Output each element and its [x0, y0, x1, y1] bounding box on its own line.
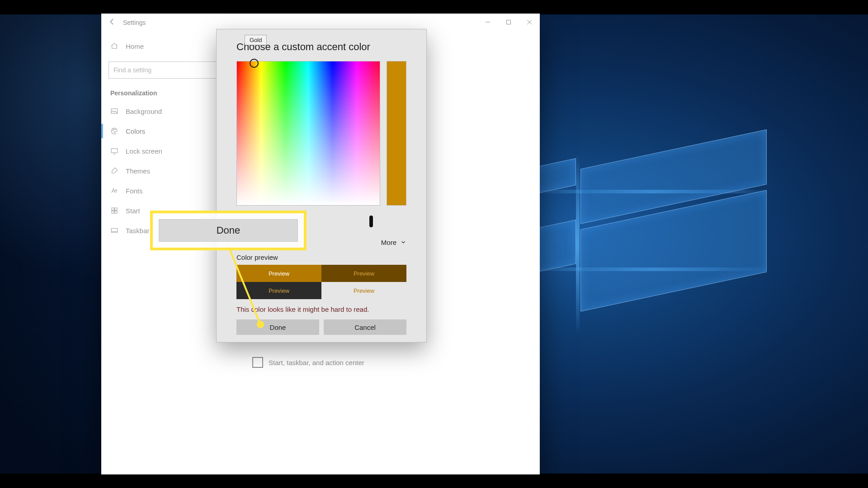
checkbox-start-taskbar[interactable]: Start, taskbar, and action center [252, 357, 524, 368]
search-placeholder: Find a setting [113, 66, 151, 74]
svg-rect-1 [111, 109, 118, 114]
svg-rect-7 [115, 208, 117, 210]
preview-tile-light: Preview [236, 265, 321, 282]
spectrum-cursor-icon[interactable] [250, 59, 259, 68]
svg-rect-5 [111, 149, 118, 153]
preview-tile-dark-accent: Preview [321, 265, 406, 282]
color-tooltip: Gold [245, 35, 267, 45]
arrow-left-icon [108, 18, 116, 28]
font-icon [110, 187, 118, 195]
sidebar-item-label: Taskbar [126, 227, 150, 235]
svg-rect-0 [507, 20, 511, 24]
preview-tile-grey: Preview [321, 282, 406, 299]
desktop-background: Settings Home Find a [0, 0, 868, 488]
chevron-down-icon [400, 239, 406, 245]
home-icon [110, 42, 118, 50]
preview-grid: Preview Preview Preview Preview [236, 265, 406, 299]
sidebar-item-label: Colors [126, 127, 145, 135]
maximize-button[interactable] [498, 14, 519, 32]
monitor-icon [110, 147, 118, 155]
cancel-button[interactable]: Cancel [324, 319, 406, 335]
done-button[interactable]: Done [236, 319, 319, 335]
letterbox-top [0, 0, 868, 14]
minimize-button[interactable] [477, 14, 498, 32]
close-icon [527, 19, 532, 27]
checkbox-label: Start, taskbar, and action center [269, 359, 364, 366]
annotation-callout: Done [150, 211, 307, 250]
sidebar-item-label: Themes [126, 167, 150, 175]
color-picker-dialog: Gold Choose a custom accent color More C… [216, 29, 427, 343]
search-input[interactable]: Find a setting [108, 61, 230, 79]
cancel-label: Cancel [354, 324, 376, 331]
svg-rect-9 [115, 211, 117, 213]
windows-logo [533, 163, 769, 325]
svg-rect-6 [112, 208, 114, 210]
sidebar-item-label: Start [126, 207, 140, 215]
slider-thumb-icon[interactable] [369, 216, 373, 227]
done-label: Done [270, 324, 286, 331]
annotation-label: Done [217, 225, 241, 236]
taskbar-icon [110, 226, 118, 235]
svg-rect-8 [112, 211, 114, 213]
palette-icon [110, 127, 118, 135]
letterbox-bottom [0, 474, 868, 488]
window-controls [477, 14, 540, 32]
svg-point-3 [113, 129, 114, 130]
brush-icon [110, 167, 118, 175]
picture-icon [110, 107, 118, 115]
back-button[interactable] [101, 14, 123, 32]
svg-point-4 [115, 129, 116, 130]
checkbox-icon [252, 357, 263, 368]
selected-color-swatch [387, 61, 406, 206]
color-spectrum[interactable] [236, 61, 380, 206]
minimize-icon [485, 19, 491, 27]
sidebar-home-label: Home [126, 42, 144, 50]
annotation-button: Done [159, 219, 298, 242]
sidebar-item-label: Lock screen [126, 147, 162, 155]
close-button[interactable] [519, 14, 540, 32]
sidebar-item-label: Background [126, 108, 162, 115]
svg-rect-10 [111, 229, 118, 233]
more-label: More [381, 239, 396, 246]
grid-icon [110, 206, 118, 215]
maximize-icon [506, 19, 511, 27]
preview-tile-dark: Preview [236, 282, 321, 299]
contrast-warning: This color looks like it might be hard t… [236, 305, 406, 313]
preview-heading: Color preview [236, 253, 406, 261]
sidebar-item-label: Fonts [126, 187, 143, 195]
window-title: Settings [123, 19, 146, 26]
svg-point-2 [113, 130, 113, 131]
